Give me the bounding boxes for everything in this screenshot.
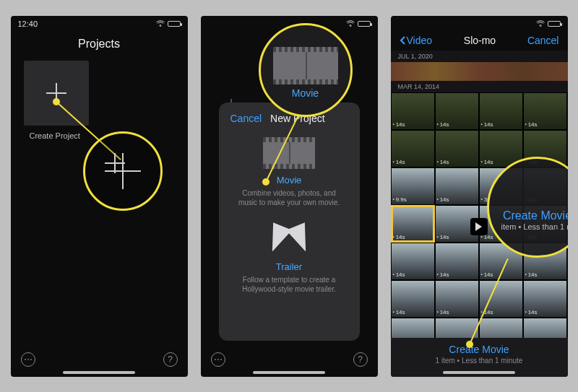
home-indicator[interactable] — [253, 371, 325, 374]
video-icon: ▪ — [525, 272, 527, 276]
clip-duration: ▪14s — [525, 159, 538, 165]
clip-thumb[interactable]: ▪14s — [479, 92, 523, 130]
video-icon: ▪ — [437, 122, 439, 126]
status-time: 12:40 — [18, 19, 38, 28]
clip-strip[interactable] — [391, 62, 568, 81]
video-icon: ▪ — [437, 235, 439, 239]
video-icon: ▪ — [525, 310, 527, 314]
clip-thumb[interactable]: ▪14s — [523, 167, 567, 205]
new-project-sheet: Cancel New Project Movie Combine videos,… — [219, 103, 360, 341]
movie-option[interactable]: Movie Combine videos, photos, and music … — [230, 137, 348, 208]
clip-duration: ▪14s — [393, 234, 405, 240]
battery-icon — [358, 21, 371, 27]
question-icon: ? — [358, 354, 363, 365]
clip-thumb[interactable]: ▪14s — [523, 92, 567, 130]
screen-media-picker: Video Slo-mo Cancel JUL 1, 2020 MAR 14, … — [391, 16, 568, 377]
clip-duration: ▪14s — [437, 234, 449, 240]
play-icon[interactable] — [470, 218, 488, 235]
clip-thumb[interactable]: ▪9.9s — [391, 167, 435, 205]
clip-thumb[interactable]: ▪14s — [391, 243, 435, 280]
help-button[interactable]: ? — [163, 352, 178, 367]
more-button[interactable]: ⋯ — [211, 352, 225, 367]
video-icon: ▪ — [437, 310, 439, 314]
clip-duration: ▪14s — [525, 271, 538, 278]
clip-thumb[interactable]: ▪14s — [391, 205, 435, 243]
section-header: JUL 1, 2020 — [391, 51, 568, 62]
plus-icon — [105, 153, 141, 189]
clip-thumb[interactable]: ▪14s — [391, 280, 435, 318]
clip-duration: ▪3s — [481, 196, 491, 203]
ellipsis-icon: ⋯ — [24, 354, 33, 365]
clip-duration: ▪14s — [525, 121, 538, 128]
clip-duration: ▪14s — [393, 271, 405, 278]
clip-thumb[interactable]: ▪3s — [479, 167, 523, 205]
clip-duration: ▪14s — [481, 159, 493, 165]
clip-duration: ▪14s — [393, 121, 405, 128]
battery-icon — [548, 21, 561, 27]
spotlight-icon — [263, 224, 315, 256]
movie-callout-label: Movie — [261, 87, 350, 99]
clip-thumb[interactable]: ▪14s — [479, 280, 523, 318]
clip-grid: ▪14s▪14s▪14s▪14s▪14s▪14s▪14s▪14s▪9.9s▪14… — [391, 92, 568, 355]
clip-duration: ▪14s — [437, 196, 449, 203]
video-icon: ▪ — [393, 122, 394, 126]
filmstrip-icon — [263, 137, 315, 169]
clip-duration: ▪14s — [437, 121, 449, 128]
clip-thumb[interactable]: ▪14s — [523, 130, 567, 167]
clip-duration: ▪14s — [481, 271, 493, 278]
clip-thumb[interactable]: ▪14s — [523, 205, 567, 243]
video-icon: ▪ — [481, 197, 483, 201]
trailer-option-label: Trailer — [235, 261, 344, 272]
clip-thumb[interactable]: ▪14s — [391, 130, 435, 167]
nav-title: Slo-mo — [464, 35, 496, 46]
clip-duration: ▪14s — [437, 271, 449, 278]
clip-duration: ▪14s — [525, 309, 538, 315]
clip-thumb[interactable]: ▪14s — [435, 130, 479, 167]
battery-icon — [168, 21, 181, 27]
cancel-button[interactable]: Cancel — [230, 113, 262, 124]
video-icon: ▪ — [437, 160, 439, 164]
wifi-icon — [156, 20, 165, 27]
cancel-button[interactable]: Cancel — [527, 35, 559, 46]
video-icon: ▪ — [393, 197, 394, 201]
video-icon: ▪ — [525, 235, 527, 239]
create-movie-button[interactable]: Create Movie — [391, 344, 568, 355]
video-icon: ▪ — [393, 235, 394, 239]
clip-thumb[interactable]: ▪14s — [435, 243, 479, 280]
create-project-tile[interactable] — [24, 61, 89, 126]
back-label: Video — [407, 35, 433, 46]
clip-thumb[interactable]: ▪14s — [523, 243, 567, 280]
clip-duration: ▪14s — [437, 309, 449, 315]
create-project-label: Create Project — [30, 131, 188, 140]
clip-thumb[interactable]: ▪14s — [435, 280, 479, 318]
plus-callout — [83, 131, 163, 211]
more-button[interactable]: ⋯ — [21, 352, 35, 367]
movie-option-label: Movie — [235, 175, 344, 186]
video-icon: ▪ — [437, 197, 439, 201]
clip-thumb[interactable]: ▪14s — [479, 130, 523, 167]
screen-projects: 12:40 Projects Create Project ⋯ ? — [11, 16, 188, 377]
chevron-left-icon — [400, 36, 405, 45]
home-indicator[interactable] — [443, 371, 515, 374]
video-icon: ▪ — [393, 160, 394, 164]
clip-thumb[interactable]: ▪14s — [391, 92, 435, 130]
trailer-option-desc: Follow a template to create a Hollywood-… — [235, 275, 344, 295]
clip-thumb[interactable]: ▪14s — [435, 92, 479, 130]
clip-thumb[interactable]: ▪14s — [523, 280, 567, 318]
screen-new-project: Cancel New Project Movie Combine videos,… — [201, 16, 378, 377]
page-title: Projects — [11, 30, 188, 61]
video-icon: ▪ — [481, 160, 483, 164]
status-bar: 12:40 — [11, 16, 188, 30]
back-button[interactable]: Video — [400, 35, 433, 46]
video-icon: ▪ — [481, 235, 483, 239]
clip-thumb[interactable]: ▪14s — [435, 167, 479, 205]
clip-duration: ▪14s — [481, 121, 493, 128]
clip-duration: ▪14s — [525, 196, 538, 203]
trailer-option[interactable]: Trailer Follow a template to create a Ho… — [230, 224, 348, 295]
movie-option-desc: Combine videos, photos, and music to mak… — [235, 188, 344, 208]
home-indicator[interactable] — [63, 371, 135, 374]
question-icon: ? — [168, 354, 173, 365]
help-button[interactable]: ? — [353, 352, 368, 367]
status-bar — [201, 16, 378, 30]
create-movie-sub: 1 item • Less than 1 minute — [391, 357, 568, 365]
